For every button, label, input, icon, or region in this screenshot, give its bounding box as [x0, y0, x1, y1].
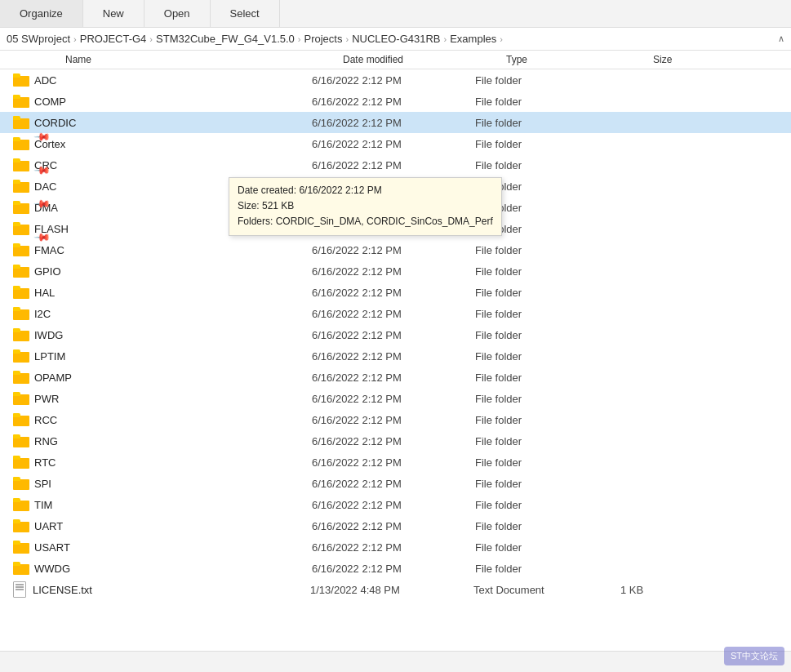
- file-type: File folder: [475, 74, 622, 87]
- table-row[interactable]: TIM 6/16/2022 2:12 PM File folder: [0, 494, 791, 515]
- table-row[interactable]: RNG 6/16/2022 2:12 PM File folder: [0, 430, 791, 452]
- table-row[interactable]: PWR 6/16/2022 2:12 PM File folder: [0, 388, 791, 409]
- table-row[interactable]: CORDIC 6/16/2022 2:12 PM File folder: [0, 112, 791, 133]
- table-row[interactable]: Cortex 6/16/2022 2:12 PM File folder: [0, 133, 791, 154]
- file-name: WWDG: [34, 563, 312, 575]
- file-name: RNG: [34, 435, 312, 447]
- file-name: DMA: [34, 202, 312, 214]
- file-name: GPIO: [34, 265, 312, 278]
- table-row[interactable]: FLASH 6/16/2022 2:12 PM File folder: [0, 218, 791, 239]
- file-date: 6/16/2022 2:12 PM: [312, 520, 475, 532]
- file-date: 6/16/2022 2:12 PM: [312, 308, 475, 320]
- file-name: COMP: [34, 96, 312, 108]
- col-header-type[interactable]: Type: [506, 54, 653, 65]
- file-name: PWR: [34, 393, 312, 405]
- watermark: ST中文论坛: [724, 647, 784, 665]
- table-row[interactable]: IWDG 6/16/2022 2:12 PM File folder: [0, 324, 791, 345]
- file-name: FLASH: [34, 223, 312, 235]
- folder-icon: [13, 413, 29, 426]
- table-row[interactable]: RTC 6/16/2022 2:12 PM File folder: [0, 452, 791, 473]
- pin-icon-2[interactable]: 📌: [33, 162, 51, 180]
- file-type: File folder: [475, 244, 622, 256]
- file-type: File folder: [475, 138, 622, 150]
- file-type: File folder: [475, 478, 622, 490]
- col-header-name[interactable]: Name: [0, 54, 343, 65]
- file-date: 6/16/2022 2:12 PM: [312, 244, 475, 256]
- folder-icon: [13, 434, 29, 447]
- folder-icon: [13, 222, 29, 235]
- pin-icon-3[interactable]: 📌: [33, 195, 51, 213]
- file-name: OPAMP: [34, 372, 312, 384]
- table-row[interactable]: FMAC 6/16/2022 2:12 PM File folder: [0, 239, 791, 260]
- file-list-container: Name Date modified Type Size 📌 📌 📌 📌 ADC…: [0, 51, 791, 651]
- breadcrumb-item-4[interactable]: NUCLEO-G431RB: [352, 33, 440, 45]
- folder-icon: [13, 243, 29, 256]
- table-row[interactable]: SPI 6/16/2022 2:12 PM File folder: [0, 473, 791, 494]
- folder-icon: [13, 349, 29, 363]
- file-rows: ADC 6/16/2022 2:12 PM File folder COMP 6…: [0, 69, 791, 600]
- col-header-size[interactable]: Size: [653, 54, 735, 65]
- file-type: Text Document: [473, 584, 620, 596]
- file-date: 6/16/2022 2:12 PM: [312, 117, 475, 129]
- file-name: SPI: [34, 478, 312, 490]
- folder-icon: [13, 286, 29, 299]
- file-size: 1 KB: [620, 584, 702, 596]
- file-date: 6/16/2022 2:12 PM: [312, 435, 475, 447]
- table-row[interactable]: CRC 6/16/2022 2:12 PM File folder: [0, 154, 791, 176]
- doc-icon: [13, 581, 26, 598]
- file-date: 6/16/2022 2:12 PM: [312, 223, 475, 235]
- folder-icon: [13, 541, 29, 554]
- folder-icon: [13, 392, 29, 405]
- folder-icon: [13, 498, 29, 511]
- pin-icon-1[interactable]: 📌: [33, 128, 51, 146]
- folder-icon: [13, 137, 29, 150]
- breadcrumb-item-5[interactable]: Examples: [450, 33, 496, 45]
- file-type: File folder: [475, 350, 622, 363]
- file-name: UART: [34, 520, 312, 532]
- file-name: DAC: [34, 180, 312, 193]
- breadcrumb-sep-2: ›: [298, 34, 301, 44]
- file-name: HAL: [34, 287, 312, 299]
- folder-icon: [13, 73, 29, 87]
- file-date: 1/13/2022 4:48 PM: [310, 584, 473, 596]
- breadcrumb-item-0[interactable]: 05 SWproject: [7, 33, 70, 45]
- table-row[interactable]: RCC 6/16/2022 2:12 PM File folder: [0, 409, 791, 430]
- file-name: RTC: [34, 456, 312, 469]
- table-row[interactable]: LPTIM 6/16/2022 2:12 PM File folder: [0, 345, 791, 367]
- toolbar-new[interactable]: New: [83, 0, 144, 27]
- file-date: 6/16/2022 2:12 PM: [312, 499, 475, 511]
- breadcrumb-sep-1: ›: [149, 34, 153, 44]
- breadcrumb-up-arrow[interactable]: ∧: [778, 33, 784, 44]
- table-row[interactable]: COMP 6/16/2022 2:12 PM File folder: [0, 91, 791, 112]
- table-row[interactable]: GPIO 6/16/2022 2:12 PM File folder: [0, 260, 791, 282]
- table-row[interactable]: OPAMP 6/16/2022 2:12 PM File folder: [0, 367, 791, 388]
- file-date: 6/16/2022 2:12 PM: [312, 478, 475, 490]
- folder-icon: [13, 95, 29, 108]
- col-header-date[interactable]: Date modified: [343, 54, 506, 65]
- file-name: LPTIM: [34, 350, 312, 363]
- file-name: ADC: [34, 74, 312, 87]
- table-row[interactable]: DAC 6/16/2022 2:12 PM File folder: [0, 176, 791, 197]
- table-row[interactable]: WWDG 6/16/2022 2:12 PM File folder: [0, 558, 791, 579]
- folder-icon: [13, 562, 29, 575]
- table-row[interactable]: LICENSE.txt 1/13/2022 4:48 PM Text Docum…: [0, 579, 791, 600]
- table-row[interactable]: UART 6/16/2022 2:12 PM File folder: [0, 515, 791, 536]
- toolbar-organize[interactable]: Organize: [0, 0, 83, 27]
- breadcrumb-item-1[interactable]: PROJECT-G4: [80, 33, 147, 45]
- breadcrumb-item-2[interactable]: STM32Cube_FW_G4_V1.5.0: [156, 33, 295, 45]
- file-type: File folder: [475, 541, 622, 554]
- table-row[interactable]: USART 6/16/2022 2:12 PM File folder: [0, 536, 791, 558]
- file-date: 6/16/2022 2:12 PM: [312, 74, 475, 87]
- table-row[interactable]: HAL 6/16/2022 2:12 PM File folder: [0, 282, 791, 303]
- folder-icon: [13, 519, 29, 532]
- file-name: I2C: [34, 308, 312, 320]
- column-headers: Name Date modified Type Size: [0, 51, 791, 69]
- toolbar-open[interactable]: Open: [144, 0, 211, 27]
- table-row[interactable]: DMA 6/16/2022 2:12 PM File folder: [0, 197, 791, 218]
- toolbar-select[interactable]: Select: [211, 0, 280, 27]
- file-date: 6/16/2022 2:12 PM: [312, 414, 475, 426]
- table-row[interactable]: I2C 6/16/2022 2:12 PM File folder: [0, 303, 791, 324]
- breadcrumb-item-3[interactable]: Projects: [304, 33, 343, 45]
- table-row[interactable]: ADC 6/16/2022 2:12 PM File folder: [0, 69, 791, 91]
- folder-icon: [13, 116, 29, 129]
